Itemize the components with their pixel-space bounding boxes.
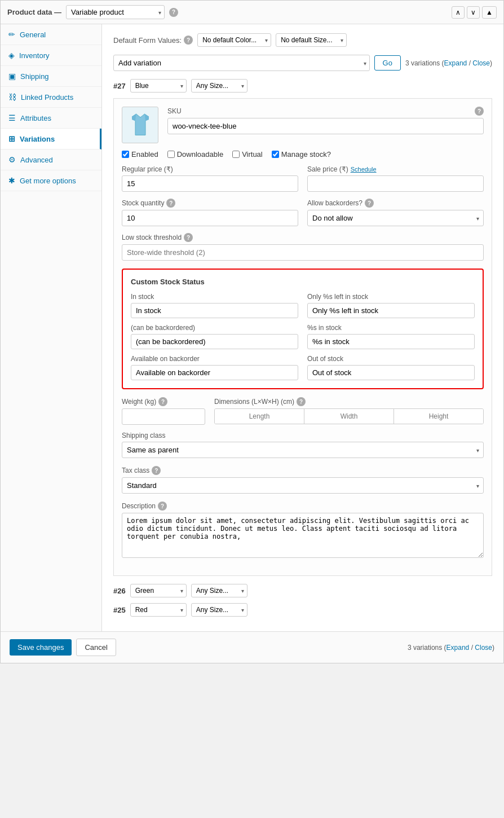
variation-27-image[interactable] (122, 107, 158, 143)
low-stock-label: Low stock threshold ? (122, 233, 484, 242)
sidebar-item-linked-products[interactable]: ⛓ Linked Products (1, 87, 101, 108)
can-be-backordered-input[interactable] (131, 334, 298, 349)
manage-stock-checkbox-label[interactable]: Manage stock? (272, 150, 331, 159)
color-select-wrap: No default Color... Blue Green Red (197, 33, 271, 47)
close-link-bottom[interactable]: Close (475, 644, 492, 652)
sidebar-item-advanced[interactable]: ⚙ Advanced (1, 149, 101, 170)
shipping-class-field: Shipping class Same as parent No shippin… (122, 432, 484, 458)
variation-27-size-select[interactable]: Any Size... Small Medium Large (191, 79, 247, 93)
dimensions-help-icon[interactable]: ? (297, 397, 306, 406)
tax-class-select-wrap: Standard Reduced rate Zero rate (122, 477, 484, 494)
schedule-link[interactable]: Schedule (351, 166, 377, 173)
sidebar-item-general[interactable]: ✏ General (1, 24, 101, 45)
custom-stock-title: Custom Stock Status (131, 278, 475, 286)
regular-price-field: Regular price (₹) (122, 165, 298, 192)
sidebar-item-inventory[interactable]: ◈ Inventory (1, 45, 101, 66)
weight-label: Weight (kg) ? (122, 397, 205, 406)
weight-help-icon[interactable]: ? (158, 397, 167, 406)
variation-27-sku-input[interactable] (167, 118, 484, 134)
variation-25-size-wrap: Any Size... Small Medium Large (191, 603, 247, 617)
add-variation-select[interactable]: Add variation Create variations from all… (113, 55, 370, 71)
default-color-select[interactable]: No default Color... Blue Green Red (197, 33, 271, 47)
variation-25-size-select[interactable]: Any Size... Small Medium Large (191, 603, 247, 617)
tax-class-select[interactable]: Standard Reduced rate Zero rate (122, 477, 484, 494)
product-type-wrap: Variable product Simple product Grouped … (66, 5, 165, 19)
sidebar-item-get-more-options[interactable]: ✱ Get more options (1, 170, 101, 191)
advanced-icon: ⚙ (8, 155, 16, 164)
save-changes-button[interactable]: Save changes (10, 639, 72, 656)
virtual-checkbox[interactable] (232, 151, 240, 158)
close-link-top[interactable]: Close (472, 59, 490, 67)
description-textarea[interactable]: Lorem ipsum dolor sit amet, consectetur … (122, 513, 484, 558)
manage-stock-checkbox[interactable] (272, 151, 279, 158)
variation-27-sku-section: SKU ? (167, 107, 484, 134)
shipping-icon: ▣ (8, 72, 16, 81)
height-input[interactable] (394, 409, 483, 424)
sidebar-item-attributes-label: Attributes (20, 114, 51, 122)
downloadable-checkbox[interactable] (167, 151, 175, 158)
get-more-options-icon: ✱ (8, 176, 15, 185)
tax-class-help-icon[interactable]: ? (152, 466, 161, 475)
sidebar-item-attributes[interactable]: ☰ Attributes (1, 108, 101, 129)
sidebar-item-variations[interactable]: ⊞ Variations (1, 129, 101, 149)
stock-quantity-input[interactable] (122, 210, 298, 226)
collapse-down-button[interactable]: ∨ (467, 6, 480, 19)
regular-price-input[interactable] (122, 175, 298, 192)
default-size-select[interactable]: No default Size... Small Medium Large (276, 33, 347, 47)
pct-in-stock-input[interactable] (307, 334, 475, 349)
product-type-select[interactable]: Variable product Simple product Grouped … (66, 5, 165, 19)
sidebar-item-general-label: General (20, 30, 46, 39)
variation-26-size-select[interactable]: Any Size... Small Medium Large (191, 584, 247, 597)
weight-input[interactable] (122, 408, 205, 425)
sidebar-item-inventory-label: Inventory (19, 51, 49, 60)
expand-link-bottom[interactable]: Expand (446, 644, 470, 652)
out-of-stock-input[interactable] (307, 365, 475, 380)
downloadable-checkbox-label[interactable]: Downloadable (167, 150, 223, 159)
variation-27-number: #27 (113, 82, 126, 90)
allow-backorders-select[interactable]: Do not allow Allow, but notify customer … (307, 210, 484, 226)
expand-link-top[interactable]: Expand (444, 59, 467, 67)
default-form-values-label: Default Form Values: ? (113, 36, 193, 45)
product-data-header: Product data — Variable product Simple p… (1, 1, 503, 24)
sale-price-input[interactable] (307, 175, 484, 192)
only-left-input[interactable] (307, 303, 475, 318)
available-on-backorder-input[interactable] (131, 365, 298, 380)
add-variation-row: Add variation Create variations from all… (113, 55, 492, 71)
general-icon: ✏ (8, 30, 15, 39)
variation-26-color-select[interactable]: Green Blue Red (130, 584, 187, 597)
enabled-checkbox-label[interactable]: Enabled (122, 150, 158, 159)
shipping-class-select[interactable]: Same as parent No shipping class (122, 442, 484, 458)
variation-25-number: #25 (113, 606, 126, 614)
low-stock-input[interactable] (122, 244, 484, 261)
dfv-text: Default Form Values: (113, 36, 182, 45)
variations-icon: ⊞ (8, 134, 15, 143)
product-type-help-icon[interactable]: ? (169, 8, 178, 17)
fullscreen-button[interactable]: ▲ (482, 6, 497, 19)
description-help-icon[interactable]: ? (158, 502, 167, 511)
sku-help-icon[interactable]: ? (475, 107, 484, 116)
collapse-up-button[interactable]: ∧ (452, 6, 465, 19)
cancel-button[interactable]: Cancel (76, 639, 116, 656)
variation-27-size-wrap: Any Size... Small Medium Large (191, 79, 247, 93)
dfv-help-icon[interactable]: ? (184, 36, 193, 45)
in-stock-input[interactable] (131, 303, 298, 318)
in-stock-field: In stock (131, 293, 298, 318)
variation-26-color-wrap: Green Blue Red (130, 584, 187, 597)
stock-quantity-help-icon[interactable]: ? (166, 199, 175, 208)
virtual-checkbox-label[interactable]: Virtual (232, 150, 263, 159)
variation-25-color-select[interactable]: Red Blue Green (130, 603, 187, 617)
width-input[interactable] (304, 409, 394, 424)
low-stock-help-icon[interactable]: ? (184, 233, 193, 242)
backorders-help-icon[interactable]: ? (365, 199, 374, 208)
description-field: Description ? Lorem ipsum dolor sit amet… (122, 502, 484, 560)
variation-27-color-select[interactable]: Blue Green Red (130, 79, 187, 93)
weight-dimensions-row: Weight (kg) ? Dimensions (L×W×H) (cm) ? (122, 397, 484, 425)
go-button[interactable]: Go (374, 55, 401, 71)
enabled-checkbox[interactable] (122, 151, 129, 158)
stock-quantity-label: Stock quantity ? (122, 199, 298, 208)
out-of-stock-field: Out of stock (307, 355, 475, 380)
variation-26-size-wrap: Any Size... Small Medium Large (191, 584, 247, 597)
variation-27-sku-label: SKU ? (167, 107, 484, 116)
length-input[interactable] (215, 409, 304, 424)
sidebar-item-shipping[interactable]: ▣ Shipping (1, 66, 101, 87)
